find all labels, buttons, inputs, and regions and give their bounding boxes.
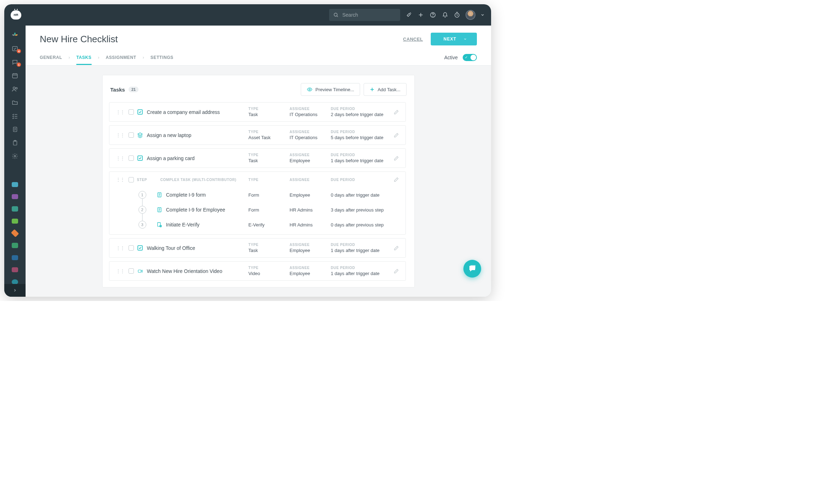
badge: 4 <box>17 49 21 53</box>
sidebar-item-people[interactable] <box>11 86 19 92</box>
tab-general[interactable]: GENERAL <box>40 50 62 65</box>
svg-line-1 <box>337 16 338 17</box>
app-tile[interactable] <box>12 255 18 260</box>
content: New Hire Checklist CANCEL NEXT GENERAL ›… <box>26 26 491 297</box>
sidebar-item-folder[interactable] <box>11 99 19 106</box>
sidebar-item-checklist[interactable] <box>11 113 19 119</box>
preview-timeline-button[interactable]: Preview Timeline... <box>301 83 360 96</box>
sidebar-item-chat[interactable]: 1 <box>11 59 19 65</box>
step-row: 3 Initiate E-Verify E-Verify HR Admins 0… <box>116 217 399 232</box>
step-title: Initiate E-Verify <box>166 222 246 228</box>
tab-assignment[interactable]: ASSIGNMENT <box>106 50 136 65</box>
task-checkbox[interactable] <box>129 109 134 115</box>
task-checkbox[interactable] <box>129 155 134 161</box>
brand-badge[interactable]: HR <box>11 10 21 20</box>
app-tile[interactable] <box>12 219 18 224</box>
sidebar-item-gear[interactable] <box>11 153 19 159</box>
task-checkbox[interactable] <box>129 177 134 182</box>
task-checkbox[interactable] <box>129 132 134 138</box>
task-row[interactable]: ⋮⋮ Assign a new laptop TYPEAsset Task AS… <box>109 125 406 145</box>
wrench-icon[interactable] <box>405 11 412 18</box>
avatar[interactable] <box>466 10 475 20</box>
video-icon <box>137 268 143 274</box>
next-button[interactable]: NEXT <box>431 33 477 45</box>
chat-fab[interactable] <box>463 260 481 278</box>
form-icon <box>156 192 163 198</box>
drag-handle-icon[interactable]: ⋮⋮ <box>116 177 126 182</box>
drag-handle-icon[interactable]: ⋮⋮ <box>116 109 126 115</box>
check-icon <box>137 109 143 115</box>
type-label: TYPE <box>249 266 288 270</box>
app-tile[interactable] <box>11 229 19 237</box>
tab-settings[interactable]: SETTINGS <box>151 50 174 65</box>
type-label: TYPE <box>249 130 288 134</box>
bell-icon[interactable] <box>441 11 448 18</box>
task-row[interactable]: ⋮⋮ Watch New Hire Orientation Video TYPE… <box>109 261 406 281</box>
help-icon[interactable] <box>429 11 436 18</box>
type-value: Asset Task <box>249 135 288 140</box>
check-icon <box>137 245 143 251</box>
preview-label: Preview Timeline... <box>315 87 354 92</box>
sidebar-item-check[interactable]: 4 <box>11 45 19 52</box>
type-label: TYPE <box>249 153 288 157</box>
add-task-button[interactable]: Add Task... <box>364 83 406 96</box>
search-input[interactable] <box>342 12 404 18</box>
type-label: TYPE <box>249 107 288 111</box>
task-checkbox[interactable] <box>129 268 134 274</box>
user-menu-chevron-icon[interactable] <box>480 13 485 17</box>
svg-point-15 <box>13 87 15 89</box>
assignee-label: ASSIGNEE <box>290 243 329 247</box>
timer-icon[interactable] <box>453 11 461 18</box>
svg-rect-11 <box>12 74 17 78</box>
cancel-button[interactable]: CANCEL <box>403 37 423 42</box>
task-checkbox[interactable] <box>129 245 134 251</box>
svg-point-5 <box>433 16 433 16</box>
eye-icon <box>307 87 312 92</box>
complex-header: COMPLEX TASK (MULTI-CONTRIBUTOR) <box>161 178 246 182</box>
sidebar-item-doc[interactable] <box>11 126 19 133</box>
edit-icon[interactable] <box>393 177 399 182</box>
complex-task-row[interactable]: ⋮⋮ STEP COMPLEX TASK (MULTI-CONTRIBUTOR)… <box>109 171 406 235</box>
status-toggle[interactable]: ✓ <box>463 54 477 61</box>
edit-icon[interactable] <box>393 132 399 138</box>
edit-icon[interactable] <box>393 109 399 115</box>
sidebar-item-home[interactable] <box>11 31 19 38</box>
assignee-value: Employee <box>290 158 329 163</box>
edit-icon[interactable] <box>393 155 399 161</box>
assignee-value: HR Admins <box>290 207 329 213</box>
edit-icon[interactable] <box>393 245 399 251</box>
plus-icon[interactable] <box>417 11 424 18</box>
type-value: Form <box>249 207 288 213</box>
due-value: 0 days after trigger date <box>331 192 388 198</box>
sidebar-item-clipboard[interactable] <box>11 140 19 146</box>
task-row[interactable]: ⋮⋮ Walking Tour of Office TYPETask ASSIG… <box>109 238 406 258</box>
task-row[interactable]: ⋮⋮ Assign a parking card TYPETask ASSIGN… <box>109 148 406 168</box>
task-count-badge: 21 <box>129 87 138 92</box>
verify-icon <box>156 221 163 228</box>
due-label: DUE PERIOD <box>331 153 388 157</box>
app-tile[interactable] <box>12 206 18 211</box>
sidebar-expand-button[interactable] <box>4 284 26 297</box>
next-label: NEXT <box>444 37 456 42</box>
app-tile[interactable] <box>12 267 18 272</box>
step-title: Complete I-9 for Employee <box>166 207 246 213</box>
app-tile[interactable] <box>12 194 18 199</box>
app-tile[interactable] <box>12 243 18 248</box>
due-value: 5 days before trigger date <box>331 135 388 140</box>
sidebar: 4 1 <box>4 26 26 297</box>
app-tile[interactable] <box>12 182 18 187</box>
task-list[interactable]: ⋮⋮ Create a company email address TYPETa… <box>109 102 408 284</box>
sidebar-item-calendar[interactable] <box>11 72 19 79</box>
task-row[interactable]: ⋮⋮ Create a company email address TYPETa… <box>109 102 406 122</box>
assignee-label: ASSIGNEE <box>290 130 329 134</box>
assignee-label: ASSIGNEE <box>290 266 329 270</box>
drag-handle-icon[interactable]: ⋮⋮ <box>116 155 126 161</box>
assignee-value: HR Admins <box>290 222 329 228</box>
drag-handle-icon[interactable]: ⋮⋮ <box>116 245 126 251</box>
type-label: TYPE <box>249 243 288 247</box>
tab-tasks[interactable]: TASKS <box>76 50 92 65</box>
drag-handle-icon[interactable]: ⋮⋮ <box>116 132 126 138</box>
drag-handle-icon[interactable]: ⋮⋮ <box>116 268 126 274</box>
search-box[interactable] <box>329 9 400 21</box>
edit-icon[interactable] <box>393 268 399 274</box>
